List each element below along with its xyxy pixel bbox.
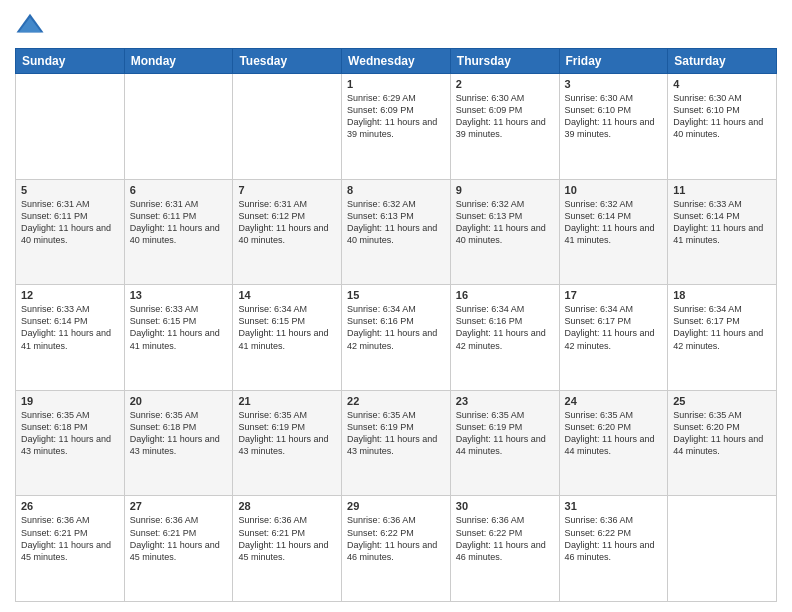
day-number: 6 (130, 184, 228, 196)
day-info: Sunrise: 6:34 AM Sunset: 6:16 PM Dayligh… (347, 303, 445, 352)
day-number: 9 (456, 184, 554, 196)
day-cell: 24Sunrise: 6:35 AM Sunset: 6:20 PM Dayli… (559, 390, 668, 496)
page: SundayMondayTuesdayWednesdayThursdayFrid… (0, 0, 792, 612)
day-info: Sunrise: 6:34 AM Sunset: 6:15 PM Dayligh… (238, 303, 336, 352)
day-info: Sunrise: 6:35 AM Sunset: 6:19 PM Dayligh… (456, 409, 554, 458)
day-info: Sunrise: 6:33 AM Sunset: 6:14 PM Dayligh… (21, 303, 119, 352)
day-number: 12 (21, 289, 119, 301)
day-number: 22 (347, 395, 445, 407)
day-cell: 1Sunrise: 6:29 AM Sunset: 6:09 PM Daylig… (342, 74, 451, 180)
day-header-saturday: Saturday (668, 49, 777, 74)
day-number: 16 (456, 289, 554, 301)
day-info: Sunrise: 6:35 AM Sunset: 6:20 PM Dayligh… (673, 409, 771, 458)
day-header-wednesday: Wednesday (342, 49, 451, 74)
day-info: Sunrise: 6:32 AM Sunset: 6:13 PM Dayligh… (347, 198, 445, 247)
day-info: Sunrise: 6:34 AM Sunset: 6:17 PM Dayligh… (565, 303, 663, 352)
day-info: Sunrise: 6:29 AM Sunset: 6:09 PM Dayligh… (347, 92, 445, 141)
day-number: 26 (21, 500, 119, 512)
day-info: Sunrise: 6:30 AM Sunset: 6:09 PM Dayligh… (456, 92, 554, 141)
day-info: Sunrise: 6:33 AM Sunset: 6:14 PM Dayligh… (673, 198, 771, 247)
day-number: 3 (565, 78, 663, 90)
day-info: Sunrise: 6:30 AM Sunset: 6:10 PM Dayligh… (565, 92, 663, 141)
day-cell: 19Sunrise: 6:35 AM Sunset: 6:18 PM Dayli… (16, 390, 125, 496)
day-info: Sunrise: 6:34 AM Sunset: 6:17 PM Dayligh… (673, 303, 771, 352)
day-info: Sunrise: 6:33 AM Sunset: 6:15 PM Dayligh… (130, 303, 228, 352)
day-info: Sunrise: 6:30 AM Sunset: 6:10 PM Dayligh… (673, 92, 771, 141)
day-number: 17 (565, 289, 663, 301)
day-info: Sunrise: 6:31 AM Sunset: 6:11 PM Dayligh… (21, 198, 119, 247)
day-header-friday: Friday (559, 49, 668, 74)
logo-icon (15, 10, 45, 40)
day-number: 2 (456, 78, 554, 90)
day-info: Sunrise: 6:32 AM Sunset: 6:13 PM Dayligh… (456, 198, 554, 247)
day-number: 29 (347, 500, 445, 512)
day-cell: 13Sunrise: 6:33 AM Sunset: 6:15 PM Dayli… (124, 285, 233, 391)
day-cell: 5Sunrise: 6:31 AM Sunset: 6:11 PM Daylig… (16, 179, 125, 285)
day-number: 30 (456, 500, 554, 512)
day-info: Sunrise: 6:32 AM Sunset: 6:14 PM Dayligh… (565, 198, 663, 247)
day-number: 18 (673, 289, 771, 301)
calendar-table: SundayMondayTuesdayWednesdayThursdayFrid… (15, 48, 777, 602)
day-cell: 30Sunrise: 6:36 AM Sunset: 6:22 PM Dayli… (450, 496, 559, 602)
day-cell: 8Sunrise: 6:32 AM Sunset: 6:13 PM Daylig… (342, 179, 451, 285)
day-cell: 26Sunrise: 6:36 AM Sunset: 6:21 PM Dayli… (16, 496, 125, 602)
day-cell: 16Sunrise: 6:34 AM Sunset: 6:16 PM Dayli… (450, 285, 559, 391)
day-cell (233, 74, 342, 180)
day-cell: 17Sunrise: 6:34 AM Sunset: 6:17 PM Dayli… (559, 285, 668, 391)
day-cell: 14Sunrise: 6:34 AM Sunset: 6:15 PM Dayli… (233, 285, 342, 391)
day-cell: 28Sunrise: 6:36 AM Sunset: 6:21 PM Dayli… (233, 496, 342, 602)
day-number: 25 (673, 395, 771, 407)
day-info: Sunrise: 6:36 AM Sunset: 6:22 PM Dayligh… (456, 514, 554, 563)
week-row-4: 26Sunrise: 6:36 AM Sunset: 6:21 PM Dayli… (16, 496, 777, 602)
day-info: Sunrise: 6:35 AM Sunset: 6:19 PM Dayligh… (347, 409, 445, 458)
day-cell (124, 74, 233, 180)
day-cell: 21Sunrise: 6:35 AM Sunset: 6:19 PM Dayli… (233, 390, 342, 496)
day-cell: 7Sunrise: 6:31 AM Sunset: 6:12 PM Daylig… (233, 179, 342, 285)
day-number: 28 (238, 500, 336, 512)
day-info: Sunrise: 6:36 AM Sunset: 6:22 PM Dayligh… (347, 514, 445, 563)
day-info: Sunrise: 6:35 AM Sunset: 6:19 PM Dayligh… (238, 409, 336, 458)
day-header-monday: Monday (124, 49, 233, 74)
day-number: 24 (565, 395, 663, 407)
day-cell: 9Sunrise: 6:32 AM Sunset: 6:13 PM Daylig… (450, 179, 559, 285)
day-number: 31 (565, 500, 663, 512)
day-cell: 3Sunrise: 6:30 AM Sunset: 6:10 PM Daylig… (559, 74, 668, 180)
day-number: 5 (21, 184, 119, 196)
day-cell (668, 496, 777, 602)
day-cell: 20Sunrise: 6:35 AM Sunset: 6:18 PM Dayli… (124, 390, 233, 496)
day-cell: 27Sunrise: 6:36 AM Sunset: 6:21 PM Dayli… (124, 496, 233, 602)
day-number: 11 (673, 184, 771, 196)
day-number: 14 (238, 289, 336, 301)
day-number: 1 (347, 78, 445, 90)
day-cell: 23Sunrise: 6:35 AM Sunset: 6:19 PM Dayli… (450, 390, 559, 496)
day-number: 4 (673, 78, 771, 90)
day-cell (16, 74, 125, 180)
day-cell: 11Sunrise: 6:33 AM Sunset: 6:14 PM Dayli… (668, 179, 777, 285)
day-cell: 4Sunrise: 6:30 AM Sunset: 6:10 PM Daylig… (668, 74, 777, 180)
day-cell: 31Sunrise: 6:36 AM Sunset: 6:22 PM Dayli… (559, 496, 668, 602)
day-info: Sunrise: 6:31 AM Sunset: 6:11 PM Dayligh… (130, 198, 228, 247)
day-cell: 10Sunrise: 6:32 AM Sunset: 6:14 PM Dayli… (559, 179, 668, 285)
day-cell: 25Sunrise: 6:35 AM Sunset: 6:20 PM Dayli… (668, 390, 777, 496)
day-number: 8 (347, 184, 445, 196)
day-info: Sunrise: 6:31 AM Sunset: 6:12 PM Dayligh… (238, 198, 336, 247)
day-info: Sunrise: 6:35 AM Sunset: 6:18 PM Dayligh… (21, 409, 119, 458)
day-number: 7 (238, 184, 336, 196)
day-header-thursday: Thursday (450, 49, 559, 74)
day-cell: 29Sunrise: 6:36 AM Sunset: 6:22 PM Dayli… (342, 496, 451, 602)
day-info: Sunrise: 6:36 AM Sunset: 6:21 PM Dayligh… (130, 514, 228, 563)
day-info: Sunrise: 6:36 AM Sunset: 6:21 PM Dayligh… (21, 514, 119, 563)
day-cell: 22Sunrise: 6:35 AM Sunset: 6:19 PM Dayli… (342, 390, 451, 496)
day-header-sunday: Sunday (16, 49, 125, 74)
day-cell: 6Sunrise: 6:31 AM Sunset: 6:11 PM Daylig… (124, 179, 233, 285)
day-number: 10 (565, 184, 663, 196)
day-number: 23 (456, 395, 554, 407)
day-info: Sunrise: 6:36 AM Sunset: 6:22 PM Dayligh… (565, 514, 663, 563)
week-row-0: 1Sunrise: 6:29 AM Sunset: 6:09 PM Daylig… (16, 74, 777, 180)
day-number: 21 (238, 395, 336, 407)
day-number: 27 (130, 500, 228, 512)
day-cell: 18Sunrise: 6:34 AM Sunset: 6:17 PM Dayli… (668, 285, 777, 391)
day-number: 13 (130, 289, 228, 301)
day-cell: 2Sunrise: 6:30 AM Sunset: 6:09 PM Daylig… (450, 74, 559, 180)
day-number: 19 (21, 395, 119, 407)
